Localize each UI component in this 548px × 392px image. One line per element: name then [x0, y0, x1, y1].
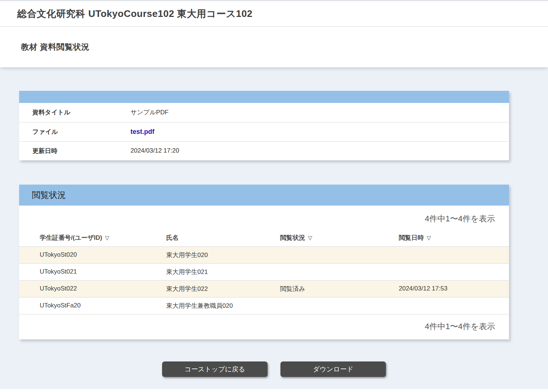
student-viewed-at: 2024/03/12 17:53 [399, 280, 509, 297]
viewing-status-table: 学生証番号/(ユーザID)▽ 氏名 閲覧状況▽ 閲覧日時▽ UTokyoSt02… [19, 229, 509, 314]
column-header-viewed-at: 閲覧日時▽ [399, 229, 509, 246]
material-title-value: サンプルPDF [130, 103, 509, 122]
material-title-label: 資料タイトル [19, 103, 130, 122]
student-row: UTokyoStFa20 東大用学生兼教職員020 [19, 297, 509, 314]
status-table-header-row: 学生証番号/(ユーザID)▽ 氏名 閲覧状況▽ 閲覧日時▽ [19, 229, 509, 246]
column-header-viewed-at-label: 閲覧日時 [399, 234, 424, 241]
viewing-status-section-title: 閲覧状況 [32, 189, 66, 201]
student-status [280, 246, 399, 263]
footer-strip [0, 389, 548, 392]
student-row: UTokyoSt021 東大用学生021 [19, 263, 509, 280]
material-info-header-bar [19, 91, 509, 103]
student-status [280, 297, 399, 314]
student-name: 東大用学生兼教職員020 [166, 297, 280, 314]
student-user-id: UTokyoSt022 [19, 280, 166, 297]
student-user-id: UTokyoSt020 [19, 246, 166, 263]
student-viewed-at [399, 246, 509, 263]
column-header-status-label: 閲覧状況 [280, 234, 305, 241]
sort-down-icon-status[interactable]: ▽ [308, 235, 312, 241]
result-count-top: 4件中1〜4件を表示 [19, 206, 509, 229]
material-info-table: 資料タイトル サンプルPDF ファイル test.pdf 更新日時 2024/0… [19, 103, 509, 160]
student-user-id: UTokyoSt021 [19, 263, 166, 280]
course-title-band: 総合文化研究科 UTokyoCourse102 東大用コース102 [0, 1, 548, 27]
student-row: UTokyoSt020 東大用学生020 [19, 246, 509, 263]
material-file-label: ファイル [19, 122, 130, 141]
student-user-id: UTokyoStFa20 [19, 297, 166, 314]
viewing-status-section-header: 閲覧状況 [19, 185, 509, 206]
back-to-course-top-button[interactable]: コーストップに戻る [162, 361, 268, 377]
column-header-status: 閲覧状況▽ [280, 229, 399, 246]
student-row: UTokyoSt022 東大用学生022 閲覧済み 2024/03/12 17:… [19, 280, 509, 297]
material-updated-value: 2024/03/12 17:20 [130, 141, 509, 160]
material-info-panel: 資料タイトル サンプルPDF ファイル test.pdf 更新日時 2024/0… [19, 91, 509, 160]
column-header-name-label: 氏名 [166, 234, 179, 241]
download-button[interactable]: ダウンロード [280, 361, 386, 377]
student-name: 東大用学生020 [166, 246, 280, 263]
action-button-row: コーストップに戻る ダウンロード [0, 361, 548, 377]
student-viewed-at [399, 297, 509, 314]
material-file-row: ファイル test.pdf [19, 122, 509, 141]
student-status: 閲覧済み [280, 280, 399, 297]
material-title-row: 資料タイトル サンプルPDF [19, 103, 509, 122]
viewing-status-panel: 閲覧状況 4件中1〜4件を表示 学生証番号/(ユーザID)▽ 氏名 閲覧状況▽ … [19, 185, 509, 339]
column-header-user-id-label: 学生証番号/(ユーザID) [40, 234, 102, 241]
student-status [280, 263, 399, 280]
column-header-name: 氏名 [166, 229, 280, 246]
course-title: 総合文化研究科 UTokyoCourse102 東大用コース102 [17, 7, 252, 20]
student-name: 東大用学生021 [166, 263, 280, 280]
student-viewed-at [399, 263, 509, 280]
student-name: 東大用学生022 [166, 280, 280, 297]
page-header: 総合文化研究科 UTokyoCourse102 東大用コース102 教材 資料閲… [0, 0, 548, 67]
sort-down-icon-user-id[interactable]: ▽ [105, 235, 110, 241]
file-link[interactable]: test.pdf [130, 128, 154, 135]
column-header-user-id: 学生証番号/(ユーザID)▽ [19, 229, 166, 246]
page-title-band: 教材 資料閲覧状況 [0, 27, 548, 67]
page-title: 教材 資料閲覧状況 [21, 42, 90, 53]
sort-down-icon-viewed-at[interactable]: ▽ [427, 235, 431, 241]
result-count-bottom: 4件中1〜4件を表示 [19, 314, 509, 339]
material-updated-row: 更新日時 2024/03/12 17:20 [19, 141, 509, 160]
material-updated-label: 更新日時 [19, 141, 130, 160]
